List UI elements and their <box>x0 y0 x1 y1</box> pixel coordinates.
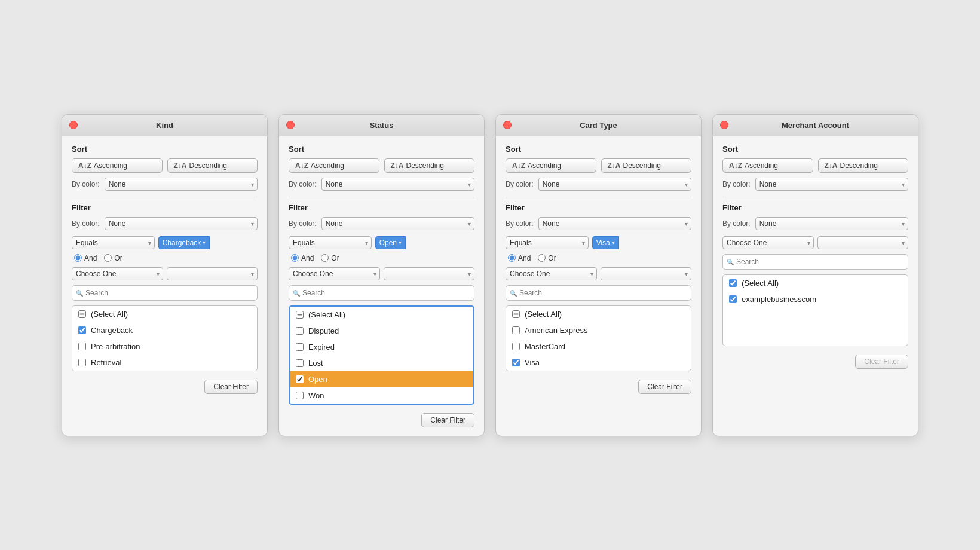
or-radio-status[interactable]: Or <box>321 254 339 262</box>
list-item-visa-card-type[interactable]: Visa <box>506 355 691 371</box>
list-item-examplebusiness-merchant[interactable]: examplebusinesscom <box>723 291 908 307</box>
checkbox-select-all-card-type[interactable] <box>512 310 520 318</box>
value2-input-kind[interactable] <box>167 267 258 280</box>
ascending-button-kind[interactable]: A↓Z Ascending <box>72 158 163 173</box>
asc-icon-status: A↓Z <box>295 161 308 170</box>
list-item-retrieval-kind[interactable]: Retrieval <box>72 355 257 371</box>
list-item-open-status[interactable]: Open <box>290 371 473 387</box>
checkbox-select-all-kind[interactable] <box>78 310 86 318</box>
descending-button-status[interactable]: Z↓A Descending <box>384 158 475 173</box>
filter-condition2-row-status: Choose One Equals <box>289 267 474 280</box>
list-item-select-all-kind[interactable]: (Select All) <box>72 306 257 322</box>
search-input-status[interactable] <box>289 285 474 301</box>
checkbox-chargeback-kind[interactable] <box>78 326 86 334</box>
condition2-select-status[interactable]: Choose One Equals <box>289 267 380 280</box>
list-item-won-status[interactable]: Won <box>290 387 473 404</box>
checkbox-pre-arb-kind[interactable] <box>78 343 86 350</box>
list-item-select-all-status[interactable]: (Select All) <box>290 307 473 323</box>
and-radio-kind[interactable]: And <box>74 254 97 262</box>
value-tag-remove-kind[interactable]: ▾ <box>203 239 206 246</box>
filter-label-merchant: Filter <box>722 203 908 212</box>
checkbox-visa-card-type[interactable] <box>512 359 520 366</box>
descending-button-merchant[interactable]: Z↓A Descending <box>818 158 909 173</box>
condition-select-card-type[interactable]: Equals <box>506 236 589 249</box>
descending-button-kind[interactable]: Z↓A Descending <box>167 158 258 173</box>
filter-by-color-row-merchant: By color: None <box>722 217 908 230</box>
list-item-expired-status[interactable]: Expired <box>290 339 473 355</box>
list-status: (Select All) Disputed Expired Lost Open <box>289 305 474 405</box>
value-tag-card-type[interactable]: Visa ▾ <box>592 236 619 249</box>
list-item-select-all-merchant[interactable]: (Select All) <box>723 275 908 291</box>
filter-by-color-label-card-type: By color: <box>506 219 534 228</box>
descending-button-card-type[interactable]: Z↓A Descending <box>601 158 692 173</box>
checkbox-disputed-status[interactable] <box>296 327 304 335</box>
checkbox-select-all-status[interactable] <box>296 311 304 319</box>
filter-label-card-type: Filter <box>506 203 691 212</box>
list-item-label-select-all-kind: (Select All) <box>91 310 128 319</box>
ascending-button-card-type[interactable]: A↓Z Ascending <box>506 158 596 173</box>
list-item-amex-card-type[interactable]: American Express <box>506 322 691 338</box>
checkbox-open-status[interactable] <box>296 375 304 383</box>
checkbox-amex-card-type[interactable] <box>512 326 520 334</box>
list-item-chargeback-kind[interactable]: Chargeback <box>72 322 257 338</box>
clear-filter-button-status[interactable]: Clear Filter <box>421 413 474 427</box>
condition2-select-card-type[interactable]: Choose One Equals <box>506 267 597 280</box>
ascending-button-merchant[interactable]: A↓Z Ascending <box>722 158 813 173</box>
close-button-status[interactable] <box>286 121 295 129</box>
condition-select-status[interactable]: Equals <box>289 236 372 249</box>
checkbox-won-status[interactable] <box>296 392 304 399</box>
value-tag-kind[interactable]: Chargeback ▾ <box>158 236 210 249</box>
value-tag-status[interactable]: Open ▾ <box>375 236 406 249</box>
close-button-kind[interactable] <box>69 121 78 129</box>
clear-filter-button-card-type[interactable]: Clear Filter <box>638 380 691 394</box>
clear-filter-button-merchant[interactable]: Clear Filter <box>855 355 908 369</box>
and-radio-card-type[interactable]: And <box>508 254 531 262</box>
condition-select-wrapper-merchant: Choose One Equals <box>722 236 814 249</box>
checkbox-retrieval-kind[interactable] <box>78 359 86 366</box>
search-input-card-type[interactable] <box>506 285 691 301</box>
panel-status: Status Sort A↓Z Ascending Z↓A Descending… <box>278 114 485 436</box>
close-button-merchant[interactable] <box>720 121 728 129</box>
list-item-mastercard-card-type[interactable]: MasterCard <box>506 338 691 355</box>
filter-color-select-merchant[interactable]: None <box>755 217 908 230</box>
or-radio-kind[interactable]: Or <box>104 254 122 262</box>
clear-filter-button-kind[interactable]: Clear Filter <box>204 380 258 394</box>
condition-select-kind[interactable]: Equals Does not equal Contains <box>72 236 155 249</box>
asc-icon-card-type: A↓Z <box>512 161 525 170</box>
checkbox-lost-status[interactable] <box>296 359 304 367</box>
checkbox-examplebusiness-merchant[interactable] <box>729 295 737 303</box>
ascending-label-status: Ascending <box>311 161 344 170</box>
sort-color-select-kind[interactable]: None <box>105 178 258 191</box>
or-radio-card-type[interactable]: Or <box>538 254 556 262</box>
condition-select-merchant[interactable]: Choose One Equals <box>722 236 814 249</box>
sort-color-select-card-type[interactable]: None <box>538 178 691 191</box>
and-radio-status[interactable]: And <box>291 254 314 262</box>
filter-color-select-card-type[interactable]: None <box>538 217 691 230</box>
checkbox-mastercard-card-type[interactable] <box>512 343 520 350</box>
panel-kind-header: Kind <box>62 115 267 136</box>
value-input-merchant[interactable] <box>817 236 909 249</box>
list-item-label-lost-status: Lost <box>308 359 323 368</box>
condition-select-wrapper-status: Equals <box>289 236 372 249</box>
list-item-disputed-status[interactable]: Disputed <box>290 323 473 339</box>
condition2-select-kind[interactable]: Choose One Equals <box>72 267 163 280</box>
checkbox-select-all-merchant[interactable] <box>729 279 737 287</box>
filter-color-select-kind[interactable]: None <box>105 217 258 230</box>
value2-input-card-type[interactable] <box>601 267 692 280</box>
list-item-pre-arb-kind[interactable]: Pre-arbitration <box>72 338 257 355</box>
value-tag-remove-card-type[interactable]: ▾ <box>612 239 615 246</box>
list-item-select-all-card-type[interactable]: (Select All) <box>506 306 691 322</box>
close-button-card-type[interactable] <box>503 121 512 129</box>
sort-color-select-status[interactable]: None <box>321 178 474 191</box>
value2-input-status[interactable] <box>384 267 475 280</box>
list-item-lost-status[interactable]: Lost <box>290 355 473 371</box>
search-input-kind[interactable] <box>72 285 258 301</box>
value-tag-remove-status[interactable]: ▾ <box>399 239 402 246</box>
filter-by-color-row-card-type: By color: None <box>506 217 691 230</box>
sort-color-select-merchant[interactable]: None <box>755 178 908 191</box>
ascending-button-status[interactable]: A↓Z Ascending <box>289 158 379 173</box>
search-input-merchant[interactable] <box>722 254 908 270</box>
checkbox-expired-status[interactable] <box>296 343 304 351</box>
filter-color-select-status[interactable]: None <box>321 217 474 230</box>
sort-by-color-label-status: By color: <box>289 180 317 188</box>
